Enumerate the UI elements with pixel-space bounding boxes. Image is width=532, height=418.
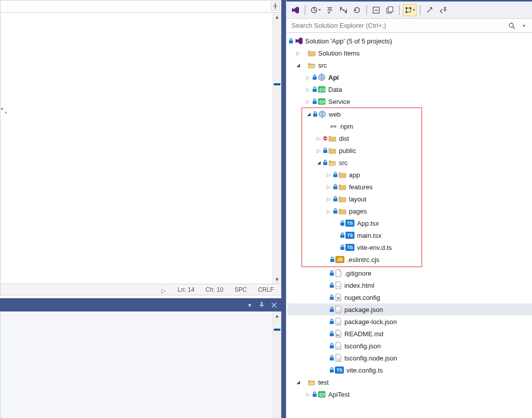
- tool-window-scrollbar[interactable]: ▲: [272, 311, 281, 418]
- json-file-icon: [335, 305, 342, 314]
- home-button[interactable]: [289, 4, 302, 16]
- status-crlf: CRLF: [258, 286, 274, 293]
- solution-tree[interactable]: Solution 'App' (5 of 5 projects) Solutio…: [286, 33, 532, 400]
- refresh-button[interactable]: [351, 4, 363, 16]
- expander-icon[interactable]: [315, 159, 322, 166]
- status-chevron-icon[interactable]: ▷: [161, 287, 166, 292]
- label: ApiTest: [328, 391, 350, 398]
- node-src[interactable]: src: [287, 59, 532, 71]
- node-web[interactable]: web: [302, 108, 422, 120]
- switch-views-button[interactable]: ▾: [309, 4, 322, 16]
- node-tsconfig[interactable]: tsconfig.json: [287, 340, 532, 352]
- expander-icon[interactable]: [305, 98, 312, 105]
- node-tsconfig-node[interactable]: tsconfig.node.json: [287, 352, 532, 364]
- label: features: [349, 183, 373, 191]
- window-options-button[interactable]: ▾: [245, 300, 254, 309]
- expander-icon[interactable]: [305, 74, 312, 81]
- html-file-icon: [335, 281, 342, 289]
- splitter-vertical[interactable]: [281, 0, 286, 418]
- search-options-button[interactable]: ▾: [518, 20, 530, 32]
- svg-point-17: [405, 7, 407, 9]
- lock-icon: [329, 270, 334, 276]
- node-eslint[interactable]: JS .eslintrc.cjs: [302, 253, 422, 266]
- node-app-folder[interactable]: app: [302, 169, 422, 181]
- pending-changes-filter-button[interactable]: [324, 4, 336, 16]
- node-solution-items[interactable]: Solution Items: [287, 47, 532, 59]
- expander-icon[interactable]: [305, 111, 312, 118]
- collapse-all-button[interactable]: [370, 4, 382, 16]
- json-file-icon: [335, 354, 342, 362]
- typescript-icon: TS: [345, 244, 354, 251]
- status-line: Ln: 14: [178, 286, 194, 293]
- node-dist[interactable]: dist: [302, 132, 422, 144]
- show-all-files-button[interactable]: [384, 4, 396, 16]
- expander-icon[interactable]: [325, 171, 332, 178]
- node-index-html[interactable]: index.html: [287, 279, 532, 291]
- expander-icon[interactable]: [325, 207, 332, 215]
- lock-icon: [312, 86, 317, 92]
- pin-icon[interactable]: [257, 300, 266, 309]
- label: README.md: [344, 330, 383, 338]
- lock-icon: [312, 98, 317, 104]
- expander-icon[interactable]: [305, 86, 312, 93]
- solution-root-label: Solution 'App' (5 of 5 projects): [305, 37, 392, 45]
- search-input[interactable]: [288, 20, 506, 31]
- node-app-tsx[interactable]: TS App.tsx: [302, 217, 422, 229]
- tool-window-titlebar[interactable]: ▾: [0, 298, 281, 311]
- node-features-folder[interactable]: features: [302, 181, 422, 193]
- node-apitest[interactable]: ApiTest: [287, 388, 532, 400]
- label: public: [339, 147, 356, 154]
- scroll-up-icon[interactable]: ▲: [273, 13, 281, 21]
- label: .gitignore: [344, 270, 371, 277]
- node-web-src[interactable]: src: [302, 156, 422, 169]
- node-pages-folder[interactable]: pages: [302, 205, 422, 217]
- scroll-down-icon[interactable]: ▼: [273, 275, 281, 284]
- node-vite-config[interactable]: TS vite.config.ts: [287, 364, 532, 376]
- solution-root[interactable]: Solution 'App' (5 of 5 projects): [287, 35, 532, 47]
- label: App.tsx: [357, 220, 379, 227]
- lock-icon: [329, 355, 334, 361]
- expander-icon[interactable]: [294, 62, 302, 69]
- csharp-project-icon: [318, 97, 326, 106]
- expander-icon[interactable]: [305, 391, 312, 398]
- expander-icon[interactable]: [294, 379, 302, 386]
- expander-icon[interactable]: [315, 147, 322, 154]
- node-main-tsx[interactable]: TS main.tsx: [302, 229, 422, 241]
- solution-explorer-search[interactable]: ▾: [286, 19, 532, 33]
- node-nuget-config[interactable]: nuget.config: [287, 291, 532, 303]
- svg-point-19: [405, 11, 407, 13]
- node-service[interactable]: Service: [287, 95, 532, 108]
- properties-button[interactable]: [424, 4, 436, 16]
- node-data[interactable]: Data: [287, 83, 532, 95]
- split-editor-button[interactable]: [271, 2, 280, 11]
- node-public[interactable]: public: [302, 144, 422, 156]
- highlighted-region: web npm dist public src: [302, 108, 422, 267]
- label: web: [329, 111, 341, 118]
- node-gitignore[interactable]: .gitignore: [287, 267, 532, 279]
- search-icon[interactable]: [506, 20, 518, 32]
- expander-icon[interactable]: [325, 183, 332, 190]
- expander-icon[interactable]: [294, 49, 302, 57]
- node-package-json[interactable]: package.json: [287, 303, 532, 316]
- close-icon[interactable]: [269, 300, 278, 309]
- label: tsconfig.node.json: [344, 354, 397, 362]
- editor-text-area[interactable]: ngs 0",: [1, 13, 272, 284]
- globe-icon: [318, 73, 326, 81]
- expander-icon[interactable]: [315, 135, 322, 142]
- expander-icon[interactable]: [325, 195, 332, 202]
- javascript-icon: JS: [335, 256, 344, 263]
- node-test[interactable]: test: [287, 376, 532, 388]
- node-vite-env[interactable]: TS vite-env.d.ts: [302, 241, 422, 253]
- preview-selected-button[interactable]: ▾: [403, 4, 417, 16]
- node-layout-folder[interactable]: layout: [302, 193, 422, 205]
- node-api[interactable]: Api: [287, 71, 532, 83]
- view-code-button[interactable]: [437, 4, 449, 16]
- sync-active-button[interactable]: [337, 4, 349, 16]
- scroll-up-icon[interactable]: ▲: [273, 311, 281, 320]
- editor-vertical-scrollbar[interactable]: ▲ ▼: [272, 13, 281, 284]
- node-npm[interactable]: npm: [302, 120, 422, 132]
- node-readme[interactable]: README.md: [287, 328, 532, 340]
- folder-icon: [308, 49, 316, 57]
- lock-icon: [329, 294, 334, 300]
- node-package-lock[interactable]: package-lock.json: [287, 316, 532, 328]
